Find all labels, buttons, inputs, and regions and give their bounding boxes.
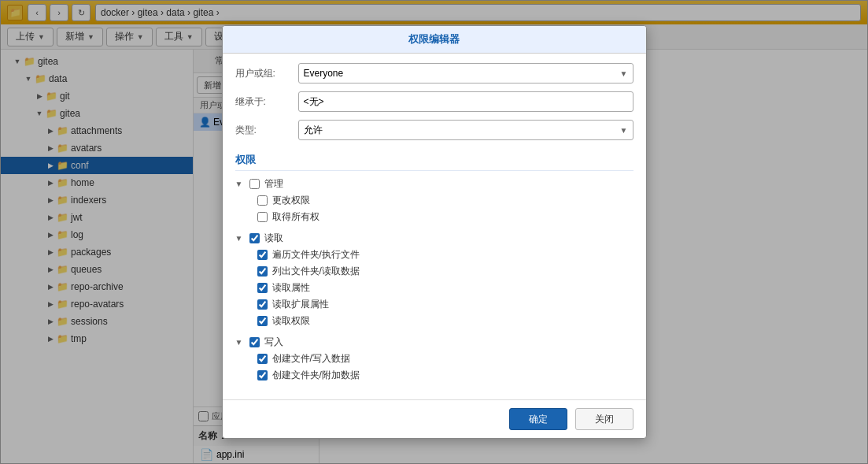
dialog-footer: 确定 关闭 <box>223 399 646 438</box>
perm-group-write-header[interactable]: ▼ 写入 <box>235 334 633 351</box>
dialog-body: 用户或组: Everyone ▼ 继承于: <无> <box>223 54 646 399</box>
create-write-checkbox[interactable] <box>257 354 268 364</box>
perm-item-change-perm: 更改权限 <box>257 192 633 209</box>
read-attr-checkbox[interactable] <box>257 283 268 293</box>
perm-group-read-header[interactable]: ▼ 读取 <box>235 230 633 247</box>
user-group-label: 用户或组: <box>235 67 298 80</box>
read-checkbox[interactable] <box>249 233 260 243</box>
close-button[interactable]: 关闭 <box>575 408 633 430</box>
perm-item-read-ext-attr: 读取扩展属性 <box>257 296 633 313</box>
perm-item-create-append: 创建文件夹/附加数据 <box>257 367 633 384</box>
manage-checkbox[interactable] <box>249 179 260 189</box>
permissions-section-title: 权限 <box>235 148 633 171</box>
write-label: 写入 <box>264 336 283 349</box>
overlay: 权限编辑器 用户或组: Everyone ▼ 继承于: <无> <box>0 0 868 464</box>
type-control: 允许 ▼ <box>298 120 633 140</box>
type-value: 允许 <box>304 124 323 137</box>
read-label: 读取 <box>264 232 283 245</box>
manage-label: 管理 <box>264 177 283 191</box>
user-group-row: 用户或组: Everyone ▼ <box>235 63 633 84</box>
change-perm-checkbox[interactable] <box>257 195 268 206</box>
manage-items: 更改权限 取得所有权 <box>235 192 633 225</box>
type-row: 类型: 允许 ▼ <box>235 120 633 140</box>
dropdown-icon: ▼ <box>620 69 628 78</box>
perm-group-read: ▼ 读取 遍历文件夹/执行文件 列出文件夹/读取数据 <box>235 230 633 329</box>
create-append-checkbox[interactable] <box>257 370 268 380</box>
dropdown-icon: ▼ <box>620 126 628 135</box>
inherit-label: 继承于: <box>235 95 298 109</box>
perm-group-manage: ▼ 管理 更改权限 取得所有权 <box>235 176 633 225</box>
perm-group-manage-header[interactable]: ▼ 管理 <box>235 176 633 192</box>
confirm-button[interactable]: 确定 <box>509 408 567 430</box>
read-perm-checkbox[interactable] <box>257 316 268 326</box>
permission-dialog: 权限编辑器 用户或组: Everyone ▼ 继承于: <无> <box>222 25 647 439</box>
collapse-icon: ▼ <box>235 234 245 243</box>
collapse-icon: ▼ <box>235 180 245 188</box>
write-items: 创建文件/写入数据 创建文件夹/附加数据 <box>235 351 633 384</box>
type-select[interactable]: 允许 ▼ <box>298 120 633 140</box>
perm-item-create-write: 创建文件/写入数据 <box>257 351 633 367</box>
perm-item-read-attr: 读取属性 <box>257 280 633 296</box>
dialog-title: 权限编辑器 <box>223 26 646 54</box>
inherit-value: <无> <box>298 91 633 112</box>
permissions-section: 权限 ▼ 管理 更改权限 取 <box>235 148 633 384</box>
collapse-icon: ▼ <box>235 338 245 347</box>
traverse-checkbox[interactable] <box>257 250 268 260</box>
write-checkbox[interactable] <box>249 337 260 347</box>
user-group-value: Everyone <box>304 68 344 79</box>
perm-item-traverse: 遍历文件夹/执行文件 <box>257 247 633 263</box>
perm-group-write: ▼ 写入 创建文件/写入数据 创建文件夹/附加数据 <box>235 334 633 384</box>
list-read-checkbox[interactable] <box>257 266 268 277</box>
inherit-row: 继承于: <无> <box>235 91 633 112</box>
type-label: 类型: <box>235 124 298 137</box>
perm-item-list-read: 列出文件夹/读取数据 <box>257 263 633 280</box>
perm-item-take-ownership: 取得所有权 <box>257 209 633 225</box>
inherit-control: <无> <box>298 91 633 112</box>
user-group-control: Everyone ▼ <box>298 63 633 84</box>
take-ownership-checkbox[interactable] <box>257 212 268 222</box>
read-items: 遍历文件夹/执行文件 列出文件夹/读取数据 读取属性 读取扩展属性 <box>235 247 633 329</box>
user-group-select[interactable]: Everyone ▼ <box>298 63 633 84</box>
read-ext-attr-checkbox[interactable] <box>257 299 268 310</box>
perm-item-read-perm: 读取权限 <box>257 313 633 329</box>
